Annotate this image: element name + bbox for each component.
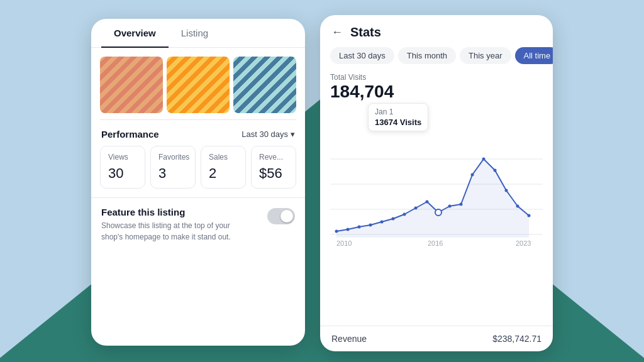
svg-point-7 (369, 224, 372, 227)
metric-favorites-label: Favorites (158, 153, 187, 162)
feature-listing-section: Feature this listing Showcase this listi… (91, 197, 305, 251)
chart-tooltip: Jan 1 13674 Visits (368, 103, 428, 131)
svg-point-13 (448, 205, 452, 208)
total-visits-value: 184,704 (330, 82, 543, 102)
product-image-2[interactable] (167, 57, 230, 113)
filter-this-month[interactable]: This month (398, 47, 456, 64)
stats-card: ← Stats Last 30 days This month This yea… (320, 15, 553, 351)
svg-point-17 (494, 169, 497, 172)
chart-x-label-2016: 2016 (428, 239, 443, 247)
svg-point-12 (426, 200, 429, 204)
svg-point-20 (528, 214, 531, 217)
metric-favorites: Favorites 3 (150, 146, 196, 189)
period-selector[interactable]: Last 30 days ▾ (242, 129, 295, 139)
chevron-down-icon: ▾ (291, 129, 295, 139)
metric-sales-label: Sales (209, 153, 238, 162)
filter-all-time[interactable]: All time (515, 47, 553, 64)
separator-line (100, 119, 296, 120)
product-image-1[interactable] (100, 57, 163, 113)
back-button[interactable]: ← (331, 26, 343, 39)
chart-x-label-2023: 2023 (516, 239, 531, 247)
filter-this-year[interactable]: This year (460, 47, 511, 64)
chart-x-label-2010: 2010 (336, 239, 352, 247)
cards-container: Overview Listing Performance Last 30 day… (0, 0, 644, 362)
svg-point-18 (505, 189, 508, 192)
performance-header: Performance Last 30 days ▾ (91, 126, 305, 146)
line-chart: 2010 2016 2023 (330, 134, 543, 250)
revenue-value: $238,742.71 (492, 334, 541, 344)
metrics-grid: Views 30 Favorites 3 Sales 2 Reve... $56 (91, 146, 305, 197)
period-filter-bar: Last 30 days This month This year All ti… (320, 47, 553, 73)
svg-point-5 (347, 228, 350, 231)
revenue-label: Revenue (331, 334, 367, 344)
metric-favorites-value: 3 (158, 165, 187, 182)
tab-bar: Overview Listing (91, 19, 305, 48)
feature-listing-title: Feature this listing (101, 207, 252, 217)
svg-point-8 (380, 221, 384, 224)
metric-views-value: 30 (108, 165, 137, 182)
revenue-row: Revenue $238,742.71 (320, 326, 553, 351)
feature-listing-header: Feature this listing Showcase this listi… (101, 207, 295, 243)
svg-point-16 (482, 158, 486, 161)
metric-revenue-label: Reve... (259, 153, 288, 162)
feature-listing-toggle[interactable] (267, 208, 295, 224)
tab-listing[interactable]: Listing (169, 19, 221, 47)
tooltip-date: Jan 1 (375, 107, 421, 116)
metric-views-label: Views (108, 153, 137, 162)
performance-title: Performance (101, 129, 159, 140)
product-image-gallery (91, 48, 305, 119)
stats-title: Stats (350, 25, 381, 40)
svg-point-6 (358, 226, 361, 229)
metric-revenue-value: $56 (259, 165, 288, 182)
svg-point-19 (516, 205, 519, 208)
chart-point-1 (335, 230, 338, 233)
metric-revenue: Reve... $56 (251, 146, 296, 189)
chart-svg: 2010 2016 2023 (330, 134, 543, 247)
svg-point-9 (392, 217, 395, 221)
svg-point-14 (460, 203, 463, 206)
chart-section: Total Visits 184,704 Jan 1 13674 Visits (320, 73, 553, 323)
metric-sales-value: 2 (209, 165, 238, 182)
svg-point-15 (471, 173, 474, 177)
feature-listing-description: Showcase this listing at the top of your… (101, 220, 252, 243)
tab-overview[interactable]: Overview (101, 19, 169, 47)
tooltip-value: 13674 Visits (375, 118, 421, 127)
feature-listing-text: Feature this listing Showcase this listi… (101, 207, 252, 243)
svg-point-10 (403, 213, 406, 216)
svg-point-11 (414, 207, 418, 210)
chart-highlight-point (435, 209, 441, 216)
filter-last-30-days[interactable]: Last 30 days (330, 47, 394, 64)
metric-sales: Sales 2 (201, 146, 246, 189)
toggle-knob (280, 210, 293, 222)
metric-views: Views 30 (100, 146, 145, 189)
listing-card: Overview Listing Performance Last 30 day… (91, 19, 305, 346)
total-visits-label: Total Visits (330, 73, 543, 82)
stats-header: ← Stats (320, 15, 553, 47)
product-image-3[interactable] (233, 57, 296, 113)
